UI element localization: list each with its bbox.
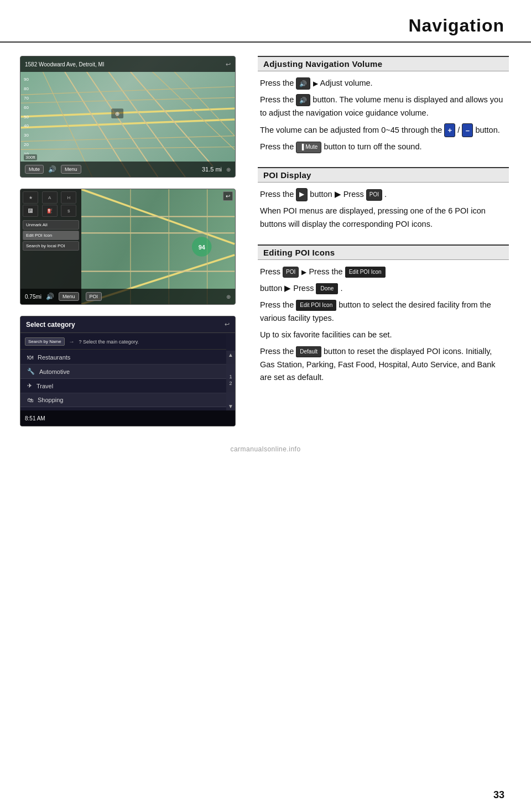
ep-done-btn: Done: [316, 283, 338, 295]
watermark: carmanualsonline.info: [0, 440, 531, 456]
map1-back-icon: ↩: [226, 61, 231, 68]
av-slash: /: [457, 125, 462, 134]
poi-btn-label: button ▶ Press: [310, 190, 366, 199]
adjusting-volume-body: Press the 🔊 ▶ Adjust volume. Press the 🔊…: [258, 77, 509, 154]
av-arrow1: ▶: [313, 79, 317, 89]
map1-locate-icon: ⊕: [226, 166, 231, 173]
restaurants-label: Restaurants: [38, 354, 70, 361]
editing-poi-para1b: button ▶ Press Done .: [260, 282, 507, 295]
category-item-travel: ✈ Travel: [20, 379, 235, 393]
av-mute-btn: ▐ Mute: [296, 142, 321, 153]
poi-icon-cell: 🅿: [23, 205, 38, 217]
scroll-down-arrow: ▼: [228, 403, 233, 409]
map-screenshot-3: Select category ↩ Search by Name → ? Sel…: [20, 316, 236, 426]
av-press-mute: Press the: [260, 142, 296, 151]
search-by-name-btn[interactable]: Search by Name: [25, 337, 65, 346]
av-speaker-btn2: 🔊: [296, 94, 310, 106]
ep-arrow1: ▶: [301, 267, 306, 277]
ep-press4: Press the: [260, 347, 294, 356]
arrow-icon: →: [69, 339, 75, 345]
svg-line-7: [21, 97, 235, 103]
svg-text:⊕: ⊕: [115, 111, 119, 117]
ep-para4-rest: button to reset the displayed POI icons.…: [260, 347, 496, 382]
page-header: Navigation: [0, 0, 531, 43]
travel-label: Travel: [37, 383, 53, 389]
poi-search-local: Search by local POI: [23, 241, 79, 251]
av-press1: Press the: [260, 79, 296, 87]
map2-menu-btn[interactable]: Menu: [59, 292, 79, 301]
svg-rect-13: [111, 108, 123, 118]
poi-para2: When POI menus are displayed, pressing o…: [260, 205, 507, 231]
automotive-label: Automotive: [39, 368, 70, 375]
map1-mute-btn[interactable]: Mute: [25, 165, 44, 174]
map1-top-bar: 1582 Woodward Ave, Detroit, MI ↩: [20, 56, 235, 72]
av-press2: Press the: [260, 95, 296, 104]
right-column: Adjusting Navigation Volume Press the 🔊 …: [258, 56, 509, 426]
map2-volume-icon: 🔊: [46, 293, 54, 300]
svg-line-8: [21, 136, 235, 142]
svg-line-0: [21, 108, 235, 117]
av-para2: Press the 🔊 button. The volume menu is d…: [260, 93, 507, 120]
poi-unmark-all: Unmark All: [23, 220, 79, 230]
svg-text:94: 94: [199, 244, 205, 251]
svg-line-5: [131, 72, 213, 166]
editing-poi-para4: Press the Default button to reset the di…: [260, 345, 507, 385]
editing-poi-body: Press POI ▶ Press the Edit POI Icon butt…: [258, 266, 509, 384]
map1-menu-btn[interactable]: Menu: [61, 165, 81, 174]
map1-scale: 300ft: [24, 154, 37, 160]
category-item-automotive: 🔧 Automotive: [20, 365, 235, 379]
av-adjust-label: Adjust volume.: [320, 79, 373, 87]
editing-poi-para3: Up to six favorite facilities can be set…: [260, 329, 507, 342]
map1-volume-icon: 🔊: [48, 165, 56, 173]
ep-press2: Press the: [309, 267, 342, 276]
ep-edit-poi-btn2: Edit POI Icon: [296, 300, 336, 311]
av-plus-btn: +: [444, 123, 455, 137]
poi-period: .: [384, 190, 387, 199]
poi-icon-cell: A: [42, 191, 58, 204]
map3-time: 8:51 AM: [25, 415, 45, 421]
category-instruction: ? Select the main category.: [79, 339, 139, 345]
category-scrollbar[interactable]: ▲ 12 ▼: [226, 351, 235, 410]
poi-press1: Press the: [260, 190, 296, 199]
category-title: Select category: [26, 321, 75, 329]
category-item-shopping: 🛍 Shopping: [20, 393, 235, 407]
map-screenshot-1: ⊕ 1582 Woodward Ave, Detroit, MI ↩ 90807…: [20, 56, 236, 178]
restaurants-icon: 🍽: [27, 354, 33, 361]
av-speaker-btn: 🔊: [296, 77, 310, 90]
editing-poi-section: Editing POI Icons Press POI ▶ Press the …: [258, 244, 509, 388]
ep-edit-poi-btn: Edit POI Icon: [345, 267, 386, 278]
ep-poi-btn: POI: [283, 267, 299, 278]
map3-bottom-bar: 8:51 AM: [20, 410, 235, 426]
poi-icon-cell: ★: [23, 191, 38, 204]
ep-dot: .: [340, 284, 342, 293]
adjusting-volume-title: Adjusting Navigation Volume: [258, 56, 509, 71]
ep-default-btn: Default: [296, 346, 321, 358]
category-list: 🍽 Restaurants 🔧 Automotive ✈ Travel 🛍 Sh…: [20, 351, 235, 410]
poi-nav-arrow-btn: ▶: [296, 188, 308, 201]
svg-line-1: [21, 119, 235, 128]
poi-display-body: Press the ▶ button ▶ Press POI . When PO…: [258, 188, 509, 231]
poi-poi-btn: POI: [366, 189, 382, 201]
poi-sidebar: ★ A H 🅿 ⛽ $ Unmark All Edit POI Icon Sea…: [20, 189, 81, 304]
map1-bottom-bar: Mute 🔊 Menu 31.5 mi ⊕: [20, 162, 235, 177]
map2-locate-icon: ⊕: [226, 294, 231, 300]
svg-line-9: [21, 147, 235, 150]
map2-back-btn: ↩: [223, 191, 233, 201]
category-item-restaurants: 🍽 Restaurants: [20, 351, 235, 365]
left-column: ⊕ 1582 Woodward Ave, Detroit, MI ↩ 90807…: [20, 56, 241, 426]
scroll-up-arrow: ▲: [228, 352, 233, 358]
poi-edit-icon: Edit POI Icon: [23, 231, 79, 240]
av-btn-text: button.: [475, 125, 499, 134]
av-para4: Press the ▐ Mute button to turn off the …: [260, 140, 507, 154]
map2-bottom-bar: 0.75mi 🔊 Menu POI ⊕: [20, 289, 235, 304]
map2-scale: 0.75mi: [25, 294, 41, 300]
map2-poi-btn[interactable]: POI: [86, 292, 102, 301]
svg-point-23: [192, 237, 212, 257]
svg-line-12: [174, 72, 235, 136]
category-back-icon: ↩: [225, 321, 230, 328]
ep-press3: Press the: [260, 300, 294, 309]
av-para1: Press the 🔊 ▶ Adjust volume.: [260, 77, 507, 90]
ep-para2-rest: button to select the desired facility fr…: [260, 300, 491, 322]
poi-display-section: POI Display Press the ▶ button ▶ Press P…: [258, 167, 509, 235]
poi-icon-cell: H: [61, 191, 76, 204]
